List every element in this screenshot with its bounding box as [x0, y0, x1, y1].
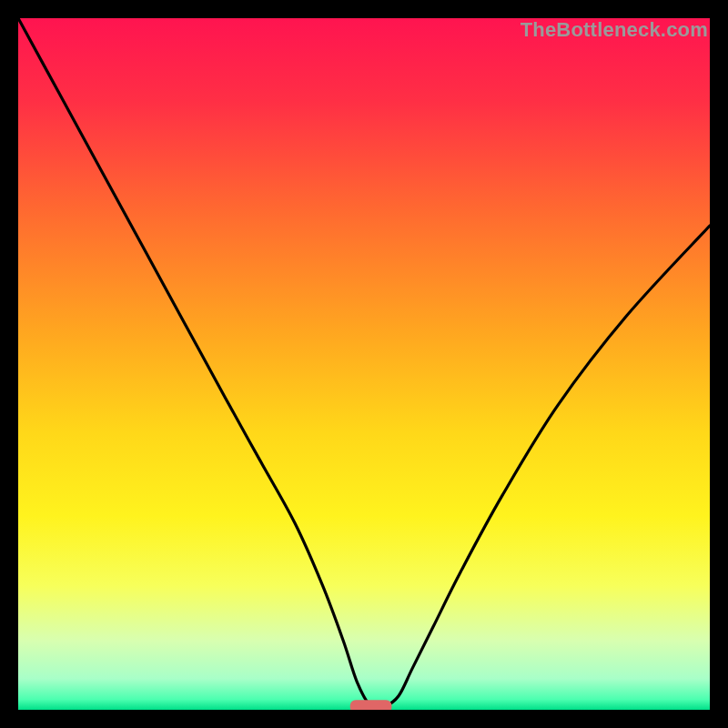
- watermark-text: TheBottleneck.com: [521, 18, 708, 42]
- optimal-marker: [350, 700, 392, 710]
- gradient-background: [18, 18, 710, 710]
- chart-frame: TheBottleneck.com: [18, 18, 710, 710]
- chart-svg: [18, 18, 710, 710]
